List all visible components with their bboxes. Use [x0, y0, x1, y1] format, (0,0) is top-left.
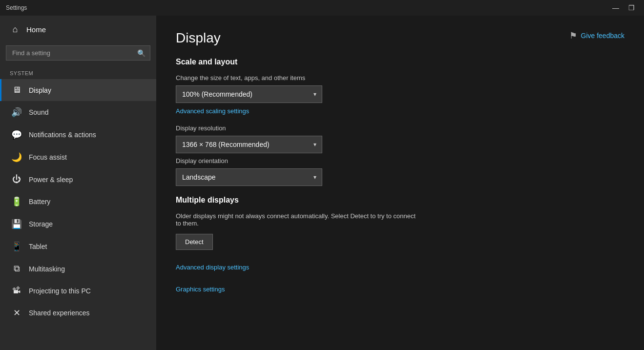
resolution-dropdown-wrapper: 1366 × 768 (Recommended) 1280 × 720 1024…: [176, 136, 322, 153]
scale-dropdown-wrapper: 100% (Recommended) 125% 150% 175% ▾: [176, 85, 322, 103]
scale-label: Change the size of text, apps, and other…: [176, 74, 624, 82]
home-icon: ⌂: [10, 24, 21, 35]
maximize-button[interactable]: ❐: [624, 3, 638, 13]
give-feedback-link[interactable]: ⚑ Give feedback: [569, 30, 625, 41]
app-body: ⌂ Home 🔍 System 🖥 Display 🔊 Sound 💬 Noti…: [0, 16, 644, 350]
notifications-icon: 💬: [11, 129, 22, 140]
sidebar-item-sound[interactable]: 🔊 Sound: [0, 101, 156, 124]
minimize-button[interactable]: —: [609, 3, 623, 13]
shared-icon: ✕: [11, 308, 22, 318]
focus-icon: 🌙: [11, 152, 22, 163]
power-icon: ⏻: [11, 174, 22, 185]
resolution-label: Display resolution: [176, 124, 624, 132]
sidebar-item-tablet-label: Tablet: [29, 243, 47, 250]
sidebar-item-battery[interactable]: 🔋 Battery: [0, 190, 156, 213]
search-box: 🔍: [6, 45, 150, 61]
orientation-dropdown-wrapper: Landscape Portrait Landscape (flipped) P…: [176, 168, 322, 186]
search-input[interactable]: [6, 45, 150, 61]
orientation-dropdown[interactable]: Landscape Portrait Landscape (flipped) P…: [176, 168, 322, 186]
sidebar-item-multitasking-label: Multitasking: [29, 265, 65, 273]
scale-section-title: Scale and layout: [176, 58, 624, 66]
sidebar-item-power-label: Power & sleep: [29, 176, 73, 184]
window-controls: — ❐: [609, 3, 638, 13]
sidebar-item-notifications[interactable]: 💬 Notifications & actions: [0, 124, 156, 146]
feedback-icon: ⚑: [569, 30, 577, 41]
page-title: Display: [176, 30, 624, 46]
sidebar-item-focus[interactable]: 🌙 Focus assist: [0, 146, 156, 168]
sidebar-item-home[interactable]: ⌂ Home: [0, 16, 156, 43]
advanced-scaling-link[interactable]: Advanced scaling settings: [176, 107, 249, 115]
sidebar-item-multitasking[interactable]: ⧉ Multitasking: [0, 258, 156, 280]
search-icon: 🔍: [137, 49, 145, 57]
graphics-settings-link[interactable]: Graphics settings: [176, 286, 624, 293]
sound-icon: 🔊: [11, 107, 22, 118]
sidebar-section-label: System: [0, 66, 156, 79]
sidebar-item-storage-label: Storage: [29, 220, 53, 228]
advanced-display-link[interactable]: Advanced display settings: [176, 264, 624, 271]
battery-icon: 🔋: [11, 196, 22, 207]
display-icon: 🖥: [11, 85, 22, 95]
sidebar-home-label: Home: [26, 25, 46, 34]
title-bar: Settings — ❐: [0, 0, 644, 16]
main-content: ⚑ Give feedback Display Scale and layout…: [156, 16, 644, 350]
app-title: Settings: [6, 4, 27, 11]
sidebar: ⌂ Home 🔍 System 🖥 Display 🔊 Sound 💬 Noti…: [0, 16, 156, 350]
sidebar-item-shared[interactable]: ✕ Shared experiences: [0, 302, 156, 324]
sidebar-item-display[interactable]: 🖥 Display: [0, 79, 156, 101]
multiple-displays-section: Multiple displays Older displays might n…: [176, 196, 624, 260]
resolution-dropdown[interactable]: 1366 × 768 (Recommended) 1280 × 720 1024…: [176, 136, 322, 153]
sidebar-item-notifications-label: Notifications & actions: [29, 131, 96, 139]
sidebar-item-storage[interactable]: 💾 Storage: [0, 213, 156, 235]
tablet-icon: 📱: [11, 241, 22, 252]
give-feedback-label: Give feedback: [581, 32, 625, 40]
sidebar-item-battery-label: Battery: [29, 198, 50, 206]
sidebar-item-tablet[interactable]: 📱 Tablet: [0, 235, 156, 258]
sidebar-item-projecting[interactable]: 📽 Projecting to this PC: [0, 280, 156, 302]
multiple-displays-title: Multiple displays: [176, 196, 624, 205]
sidebar-item-sound-label: Sound: [29, 108, 48, 116]
multitasking-icon: ⧉: [11, 264, 22, 274]
storage-icon: 💾: [11, 219, 22, 229]
orientation-label: Display orientation: [176, 157, 624, 165]
sidebar-item-projecting-label: Projecting to this PC: [29, 287, 91, 295]
sidebar-item-display-label: Display: [29, 86, 51, 94]
sidebar-item-power[interactable]: ⏻ Power & sleep: [0, 168, 156, 190]
projecting-icon: 📽: [11, 286, 22, 296]
detect-button[interactable]: Detect: [176, 234, 213, 250]
multiple-displays-desc: Older displays might not always connect …: [176, 212, 420, 227]
sidebar-item-shared-label: Shared experiences: [29, 309, 90, 317]
scale-dropdown[interactable]: 100% (Recommended) 125% 150% 175%: [176, 85, 322, 103]
sidebar-item-focus-label: Focus assist: [29, 153, 67, 161]
bottom-links: Advanced display settings Graphics setti…: [176, 264, 624, 303]
